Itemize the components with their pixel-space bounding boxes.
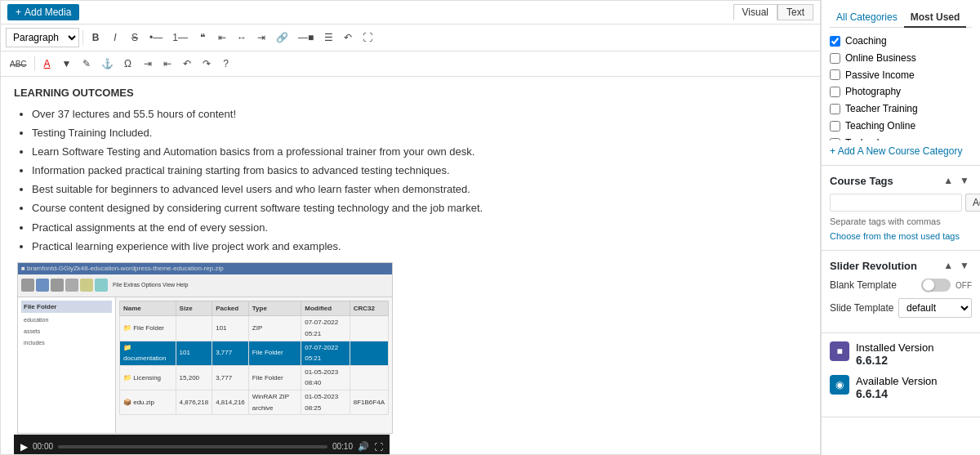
- category-label: Coaching: [845, 34, 887, 48]
- unordered-list-button[interactable]: •—: [145, 29, 167, 47]
- technology-checkbox[interactable]: [830, 138, 840, 141]
- category-list: Coaching Online Business Passive Income …: [830, 34, 972, 141]
- undo-btn2[interactable]: ↶: [178, 55, 196, 73]
- choose-tags-link[interactable]: Choose from the most used tags: [830, 231, 960, 241]
- list-item: Information packed practical training st…: [32, 162, 807, 180]
- slider-revolution-header: Slider Revolution ▲ ▼: [830, 259, 972, 272]
- fullscreen-button[interactable]: ⛶: [359, 29, 376, 47]
- category-label: Online Business: [845, 51, 916, 65]
- most-used-tab[interactable]: Most Used: [904, 8, 967, 28]
- add-category-link[interactable]: + Add A New Course Category: [830, 145, 972, 157]
- read-more-button[interactable]: —■: [294, 29, 318, 47]
- slide-template-row: Slide Template default custom: [830, 298, 972, 318]
- add-tag-button[interactable]: Add: [965, 194, 980, 212]
- category-label: Technology: [845, 136, 895, 141]
- fake-toolbar-strip: File Extras Options View Help: [18, 274, 392, 297]
- fake-content-area: File Folder education assets includes Na…: [18, 297, 392, 433]
- available-version-label: Available Version: [856, 375, 938, 387]
- align-center-button[interactable]: ↔: [233, 29, 251, 47]
- available-version-row: ◉ Available Version 6.6.14: [830, 375, 972, 400]
- right-sidebar: All Categories Most Used Coaching Online…: [821, 0, 980, 455]
- blank-template-toggle[interactable]: [921, 279, 951, 292]
- clear-format-button[interactable]: ⚓: [97, 55, 118, 73]
- special-chars-button[interactable]: Ω: [119, 55, 137, 73]
- tag-hint: Separate tags with commas: [830, 216, 972, 226]
- coaching-checkbox[interactable]: [830, 36, 840, 47]
- format-select[interactable]: Paragraph Heading 1 Heading 2: [6, 28, 79, 47]
- redo-btn2[interactable]: ↷: [198, 55, 216, 73]
- categories-tabs: All Categories Most Used: [830, 8, 972, 28]
- toolbar-toggle-button[interactable]: ☰: [319, 29, 337, 47]
- category-item: Teacher Training: [830, 102, 972, 116]
- bold-button[interactable]: B: [87, 29, 105, 47]
- fake-sidebar: File Folder education assets includes: [18, 297, 116, 433]
- bullet-list: Over 37 lectures and 55.5 hours of conte…: [14, 105, 807, 434]
- tags-up-button[interactable]: ▲: [941, 174, 956, 187]
- view-tabs: Visual Text: [733, 4, 813, 20]
- italic-button[interactable]: I: [106, 29, 124, 47]
- slider-down-button[interactable]: ▼: [957, 259, 972, 272]
- ordered-list-button[interactable]: 1—: [168, 29, 192, 47]
- online-business-checkbox[interactable]: [830, 53, 840, 64]
- outdent-button[interactable]: ⇤: [158, 55, 176, 73]
- teacher-training-checkbox[interactable]: [830, 104, 840, 114]
- fullscreen-icon[interactable]: ⛶: [374, 442, 383, 452]
- course-tags-header: Course Tags ▲ ▼: [830, 174, 972, 187]
- version-section: ■ Installed Version 6.6.12 ◉ Available V…: [822, 333, 980, 417]
- category-label: Photography: [845, 85, 901, 99]
- toggle-row: OFF: [921, 279, 972, 292]
- available-version-text: Available Version 6.6.14: [856, 375, 938, 400]
- font-color-button[interactable]: A: [38, 55, 56, 73]
- strikethrough-button[interactable]: S: [126, 29, 144, 47]
- align-left-button[interactable]: ⇤: [213, 29, 231, 47]
- add-media-button[interactable]: + Add Media: [7, 4, 79, 20]
- list-item: Over 37 lectures and 55.5 hours of conte…: [32, 105, 807, 123]
- list-item: Testing Training Included.: [32, 124, 807, 142]
- category-label: Teaching Online: [845, 119, 915, 133]
- volume-icon[interactable]: 🔊: [358, 441, 369, 452]
- course-tags-section: Course Tags ▲ ▼ Add Separate tags with c…: [822, 166, 980, 251]
- text-tab[interactable]: Text: [777, 4, 813, 20]
- video-play-button[interactable]: ▶: [20, 441, 28, 453]
- photography-checkbox[interactable]: [830, 87, 840, 97]
- toggle-knob: [923, 279, 934, 291]
- tags-controls: ▲ ▼: [941, 174, 972, 187]
- undo-button[interactable]: ↶: [339, 29, 357, 47]
- add-media-label: Add Media: [24, 7, 71, 18]
- blank-template-label: Blank Template: [830, 279, 897, 291]
- blockquote-button[interactable]: ❝: [194, 29, 212, 47]
- template-select[interactable]: default custom: [898, 298, 972, 318]
- tags-down-button[interactable]: ▼: [957, 174, 972, 187]
- video-progress-bar[interactable]: [58, 445, 327, 448]
- list-item: Best suitable for beginners to advanced …: [32, 181, 807, 199]
- toolbar-row2: ABC A ▼ ✎ ⚓ Ω ⇥ ⇤ ↶ ↷ ?: [1, 51, 820, 77]
- video-player-bar: ▶ 00:00 00:10 🔊 ⛶: [14, 435, 390, 454]
- category-label: Passive Income: [845, 69, 915, 83]
- editor-content: LEARNING OUTCOMES Over 37 lectures and 5…: [1, 77, 820, 454]
- available-version-number: 6.6.14: [856, 387, 938, 400]
- help-button[interactable]: ?: [217, 55, 235, 73]
- indent-button[interactable]: ⇥: [139, 55, 157, 73]
- link-button[interactable]: 🔗: [272, 29, 292, 47]
- installed-version-label: Installed Version: [856, 341, 933, 354]
- available-version-icon: ◉: [830, 375, 849, 395]
- paste-text-button[interactable]: ✎: [78, 55, 96, 73]
- tag-input-row: Add: [830, 194, 972, 212]
- strikethrough-btn2[interactable]: ABC: [6, 55, 31, 73]
- learning-outcomes-heading: LEARNING OUTCOMES: [14, 87, 807, 99]
- align-right-button[interactable]: ⇥: [252, 29, 270, 47]
- font-color-arrow[interactable]: ▼: [58, 55, 76, 73]
- visual-tab[interactable]: Visual: [733, 4, 777, 20]
- slider-revolution-title: Slider Revolution: [830, 260, 917, 272]
- all-categories-tab[interactable]: All Categories: [830, 8, 904, 28]
- passive-income-checkbox[interactable]: [830, 69, 840, 80]
- tag-input[interactable]: [830, 194, 962, 212]
- toolbar-divider: [82, 30, 83, 45]
- toolbar-row1: Paragraph Heading 1 Heading 2 B I S •— 1…: [1, 25, 820, 51]
- list-item: Learn Software Testing and Automation ba…: [32, 143, 807, 161]
- category-item: Coaching: [830, 34, 972, 48]
- teaching-online-checkbox[interactable]: [830, 121, 840, 132]
- category-item: Online Business: [830, 51, 972, 65]
- slider-up-button[interactable]: ▲: [941, 259, 956, 272]
- blank-template-row: Blank Template OFF: [830, 279, 972, 292]
